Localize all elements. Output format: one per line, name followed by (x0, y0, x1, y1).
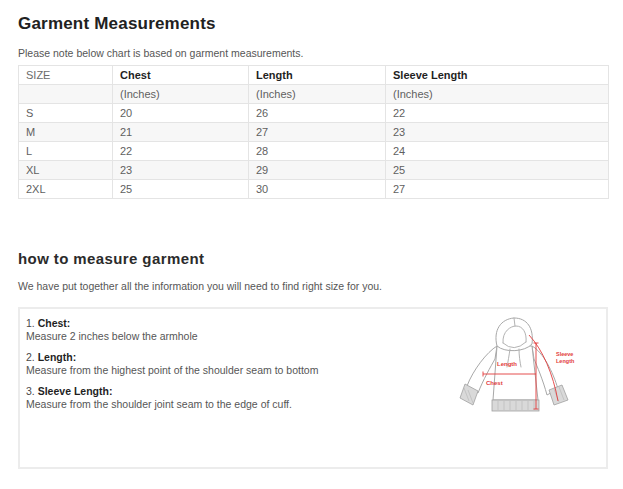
step-number: 1. (26, 317, 35, 329)
diagram-sleeve-label-line2: Length (556, 358, 575, 364)
table-row-m: M 21 27 23 (19, 123, 609, 142)
hoodie-measure-diagram: Length Chest Sleeve Length (428, 309, 606, 427)
table-row-s: S 20 26 22 (19, 104, 609, 123)
sleeve-cell: 22 (386, 104, 609, 123)
sleeve-cell: 25 (386, 161, 609, 180)
chest-cell: 23 (113, 161, 249, 180)
measure-steps: 1. Chest: Measure 2 inches below the arm… (20, 309, 428, 419)
size-cell: XL (19, 161, 113, 180)
diagram-sleeve-label-line1: Sleeve (556, 351, 573, 357)
hoodie-body (493, 346, 538, 400)
how-to-measure-title: how to measure garment (18, 250, 608, 267)
units-cell: (Inches) (249, 85, 386, 104)
step-number: 2. (26, 351, 35, 363)
step-label: Chest: (38, 317, 71, 329)
chest-cell: 20 (113, 104, 249, 123)
table-row-xl: XL 23 29 25 (19, 161, 609, 180)
diagram-length-label: Length (497, 361, 517, 367)
units-cell (19, 85, 113, 104)
table-units-row: (Inches) (Inches) (Inches) (19, 85, 609, 104)
step-label: Length: (38, 351, 77, 363)
units-cell: (Inches) (386, 85, 609, 104)
table-row-l: L 22 28 24 (19, 142, 609, 161)
chart-note: Please note below chart is based on garm… (18, 47, 608, 59)
units-cell: (Inches) (113, 85, 249, 104)
step-description: Measure 2 inches below the armhole (26, 330, 428, 342)
page-title: Garment Measurements (18, 14, 608, 34)
size-cell: L (19, 142, 113, 161)
chest-cell: 21 (113, 123, 249, 142)
measure-step-length: 2. Length: Measure from the highest poin… (26, 351, 428, 376)
length-cell: 30 (249, 180, 386, 199)
size-chart-table: SIZE Chest Length Sleeve Length (Inches)… (18, 65, 609, 199)
step-label: Sleeve Length: (38, 385, 113, 397)
length-cell: 29 (249, 161, 386, 180)
column-header-size: SIZE (19, 66, 113, 85)
table-row-2xl: 2XL 25 30 27 (19, 180, 609, 199)
hoodie-hem-band (492, 400, 539, 411)
hoodie-diagram-image: Length Chest Sleeve Length (453, 312, 581, 427)
how-to-measure-intro: We have put together all the information… (18, 280, 608, 292)
sleeve-cell: 24 (386, 142, 609, 161)
diagram-chest-label: Chest (486, 380, 503, 386)
step-description: Measure from the highest point of the sh… (26, 364, 428, 376)
chest-cell: 25 (113, 180, 249, 199)
chest-cell: 22 (113, 142, 249, 161)
step-number: 3. (26, 385, 35, 397)
column-header-chest: Chest (113, 66, 249, 85)
measure-instructions-box: 1. Chest: Measure 2 inches below the arm… (18, 307, 608, 469)
column-header-sleeve-length: Sleeve Length (386, 66, 609, 85)
size-cell: S (19, 104, 113, 123)
measure-step-chest: 1. Chest: Measure 2 inches below the arm… (26, 317, 428, 342)
measure-step-sleeve-length: 3. Sleeve Length: Measure from the shoul… (26, 385, 428, 410)
step-description: Measure from the shoulder joint seam to … (26, 398, 428, 410)
sleeve-cell: 27 (386, 180, 609, 199)
size-cell: M (19, 123, 113, 142)
sleeve-cell: 23 (386, 123, 609, 142)
garment-measurements-page: Garment Measurements Please note below c… (0, 0, 623, 469)
length-cell: 26 (249, 104, 386, 123)
length-cell: 28 (249, 142, 386, 161)
column-header-length: Length (249, 66, 386, 85)
size-cell: 2XL (19, 180, 113, 199)
length-cell: 27 (249, 123, 386, 142)
table-header-row: SIZE Chest Length Sleeve Length (19, 66, 609, 85)
